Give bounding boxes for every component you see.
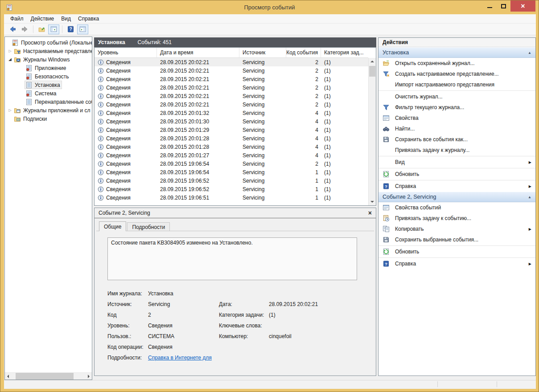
tree-item[interactable]: Журналы приложений и сл bbox=[5, 106, 92, 114]
find-icon bbox=[383, 125, 390, 132]
event-row[interactable]: Сведения 28.09.2015 20:01:29 Servicing 4… bbox=[95, 126, 368, 134]
scrollbar-thumb[interactable] bbox=[16, 373, 74, 380]
scrollbar-track[interactable] bbox=[12, 373, 85, 380]
event-row[interactable]: Сведения 28.09.2015 20:02:21 Servicing 2… bbox=[95, 66, 368, 75]
event-code: 2 bbox=[286, 161, 321, 167]
console-tree-icon[interactable] bbox=[48, 24, 59, 34]
menu-item[interactable]: Файл bbox=[7, 15, 27, 23]
title-bar[interactable]: Просмотр событий × bbox=[0, 0, 539, 14]
tree-item[interactable]: Система bbox=[5, 89, 92, 98]
event-row[interactable]: Сведения 28.09.2015 19:06:54 Servicing 1… bbox=[95, 168, 368, 176]
tab[interactable]: Подробности bbox=[127, 222, 170, 231]
scroll-right-button[interactable] bbox=[85, 373, 92, 380]
tree-item[interactable]: Подписки bbox=[5, 114, 92, 123]
action-item[interactable]: Найти... bbox=[379, 123, 535, 134]
tree-expand-arrow-icon[interactable] bbox=[7, 55, 13, 64]
scrollbar-thumb[interactable] bbox=[369, 66, 375, 77]
action-item[interactable]: Копировать bbox=[379, 224, 535, 234]
scroll-up-button[interactable] bbox=[369, 58, 376, 65]
field-value: Servicing bbox=[148, 301, 219, 307]
action-item[interactable]: Сохранить все события как... bbox=[379, 134, 535, 145]
maximize-icon bbox=[501, 4, 506, 8]
info-icon bbox=[98, 127, 104, 133]
tree-item[interactable]: Настраиваемые представле bbox=[5, 47, 92, 55]
menu-item[interactable]: Вид bbox=[58, 15, 74, 23]
tree-expand-arrow-icon[interactable] bbox=[7, 106, 13, 114]
action-item[interactable]: Обновить bbox=[379, 169, 535, 180]
action-item[interactable]: ? Справка bbox=[379, 181, 535, 192]
action-item[interactable]: ? Справка bbox=[379, 258, 535, 269]
event-category: (1) bbox=[321, 161, 368, 167]
action-item[interactable]: Привязать задачу к событию... bbox=[379, 213, 535, 224]
menu-item[interactable]: Действие bbox=[27, 15, 58, 23]
close-button[interactable]: × bbox=[510, 0, 535, 12]
column-header-level[interactable]: Уровень bbox=[95, 48, 157, 57]
action-item[interactable]: Вид bbox=[379, 157, 535, 167]
event-row[interactable]: Сведения 28.09.2015 20:01:28 Servicing 4… bbox=[95, 134, 368, 143]
event-category: (1) bbox=[321, 127, 368, 133]
event-row[interactable]: Сведения 28.09.2015 19:06:52 Servicing 1… bbox=[95, 176, 368, 185]
event-row[interactable]: Сведения 28.09.2015 20:01:28 Servicing 4… bbox=[95, 143, 368, 151]
column-header-source[interactable]: Источник bbox=[239, 48, 286, 57]
maximize-button[interactable] bbox=[497, 0, 510, 12]
event-row[interactable]: Сведения 28.09.2015 20:02:21 Servicing 2… bbox=[95, 92, 368, 100]
tree-item[interactable]: Просмотр событий (Локальнь bbox=[5, 38, 92, 47]
action-item[interactable]: Создать настраиваемое представление... bbox=[379, 69, 535, 79]
help-icon[interactable]: ? bbox=[65, 24, 76, 34]
tree-item[interactable]: Установка bbox=[5, 81, 92, 89]
minimize-button[interactable] bbox=[483, 0, 497, 12]
tree-horizontal-scrollbar[interactable] bbox=[5, 372, 92, 380]
scroll-left-button[interactable] bbox=[5, 373, 12, 380]
event-row[interactable]: Сведения 28.09.2015 19:06:51 Servicing 1… bbox=[95, 193, 368, 202]
event-level: Сведения bbox=[106, 161, 131, 167]
preview-close-button[interactable]: × bbox=[368, 210, 372, 216]
tree-item[interactable]: Перенаправленные соб bbox=[5, 98, 92, 106]
column-header-event-code[interactable]: Код события bbox=[286, 48, 321, 57]
minimize-icon bbox=[487, 7, 492, 8]
info-icon bbox=[98, 169, 104, 176]
event-row[interactable]: Сведения 28.09.2015 19:06:52 Servicing 1… bbox=[95, 185, 368, 193]
event-list-scrollbar[interactable] bbox=[368, 58, 376, 205]
status-bar-divider bbox=[437, 381, 438, 387]
action-item[interactable]: Привязать задачу к журналу... bbox=[379, 145, 535, 155]
action-item[interactable]: Открыть сохраненный журнал... bbox=[379, 58, 535, 69]
event-row[interactable]: Сведения 28.09.2015 19:06:54 Servicing 2… bbox=[95, 159, 368, 168]
action-item[interactable]: Свойства bbox=[379, 113, 535, 123]
action-item[interactable]: Обновить bbox=[379, 246, 535, 257]
event-row[interactable]: Сведения 28.09.2015 20:01:30 Servicing 4… bbox=[95, 117, 368, 126]
refresh-icon bbox=[383, 171, 390, 178]
export-log-icon[interactable] bbox=[36, 24, 47, 34]
action-item[interactable]: Свойства событий bbox=[379, 202, 535, 213]
collapse-arrow-icon[interactable] bbox=[528, 195, 531, 199]
action-item[interactable]: Очистить журнал... bbox=[379, 91, 535, 102]
event-description[interactable]: Состояние пакета KB3084905 изменено на У… bbox=[107, 237, 357, 280]
status-bar bbox=[4, 380, 536, 388]
event-row[interactable]: Сведения 28.09.2015 20:02:21 Servicing 2… bbox=[95, 75, 368, 83]
forward-icon[interactable] bbox=[19, 24, 30, 34]
actions-section-header-log[interactable]: Установка bbox=[379, 47, 535, 58]
tree-expand-arrow-icon[interactable] bbox=[7, 47, 13, 55]
actions-section-header-event[interactable]: Событие 2, Servicing bbox=[379, 192, 535, 202]
action-item[interactable]: Фильтр текущего журнала... bbox=[379, 102, 535, 113]
collapse-arrow-icon[interactable] bbox=[528, 51, 531, 55]
menu-item[interactable]: Справка bbox=[74, 15, 103, 23]
event-row[interactable]: Сведения 28.09.2015 20:02:21 Servicing 2… bbox=[95, 58, 368, 66]
column-header-datetime[interactable]: Дата и время bbox=[157, 48, 239, 57]
action-item[interactable]: Импорт настраиваемого представления bbox=[379, 79, 535, 90]
event-row[interactable]: Сведения 28.09.2015 20:01:27 Servicing 4… bbox=[95, 151, 368, 159]
tab[interactable]: Общие bbox=[99, 221, 126, 231]
action-pane-icon[interactable] bbox=[77, 24, 88, 34]
back-icon[interactable] bbox=[7, 24, 18, 34]
event-datetime: 28.09.2015 19:06:54 bbox=[157, 169, 239, 176]
tree-item[interactable]: Приложение bbox=[5, 64, 92, 72]
tree-item[interactable]: Безопасность bbox=[5, 72, 92, 81]
event-source: Servicing bbox=[239, 127, 286, 133]
event-row[interactable]: Сведения 28.09.2015 20:02:21 Servicing 2… bbox=[95, 100, 368, 109]
event-row[interactable]: Сведения 28.09.2015 20:01:32 Servicing 4… bbox=[95, 109, 368, 117]
scroll-down-button[interactable] bbox=[369, 198, 376, 205]
event-level: Сведения bbox=[106, 186, 131, 192]
event-row[interactable]: Сведения 28.09.2015 20:02:21 Servicing 2… bbox=[95, 83, 368, 92]
action-item[interactable]: Сохранить выбранные события... bbox=[379, 234, 535, 245]
tree-item[interactable]: Журналы Windows bbox=[5, 55, 92, 64]
column-header-task-category[interactable]: Категория зад... bbox=[321, 48, 368, 57]
